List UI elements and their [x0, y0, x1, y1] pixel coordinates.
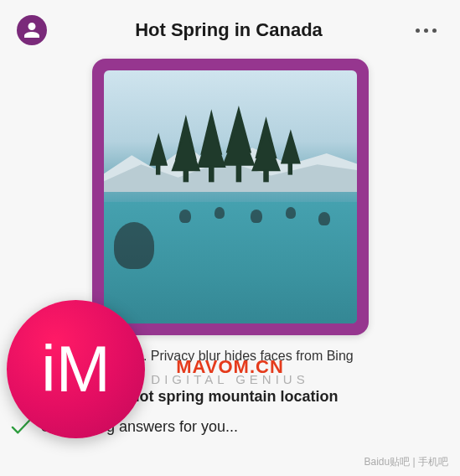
svg-rect-2	[183, 169, 189, 182]
chat-title: Hot Spring in Canada	[47, 19, 411, 41]
watermark-corner: Baidu贴吧 | 手机吧	[364, 455, 448, 469]
hot-spring-photo	[104, 70, 357, 323]
svg-rect-15	[287, 163, 292, 175]
overlay-logo-badge: iM	[7, 300, 145, 438]
svg-marker-14	[280, 130, 300, 164]
svg-rect-11	[263, 169, 269, 182]
svg-marker-10	[251, 133, 281, 172]
svg-rect-13	[155, 164, 159, 175]
svg-rect-8	[235, 164, 241, 183]
svg-marker-4	[196, 126, 225, 168]
more-options-button[interactable]	[411, 23, 442, 38]
query-text: hot spring mountain location	[131, 388, 339, 405]
svg-marker-12	[149, 133, 168, 166]
avatar-icon[interactable]	[17, 15, 47, 45]
chat-header: Hot Spring in Canada	[0, 0, 460, 50]
svg-marker-1	[171, 132, 200, 172]
image-card[interactable]	[92, 59, 369, 335]
svg-marker-7	[222, 124, 255, 166]
svg-rect-5	[209, 166, 214, 183]
